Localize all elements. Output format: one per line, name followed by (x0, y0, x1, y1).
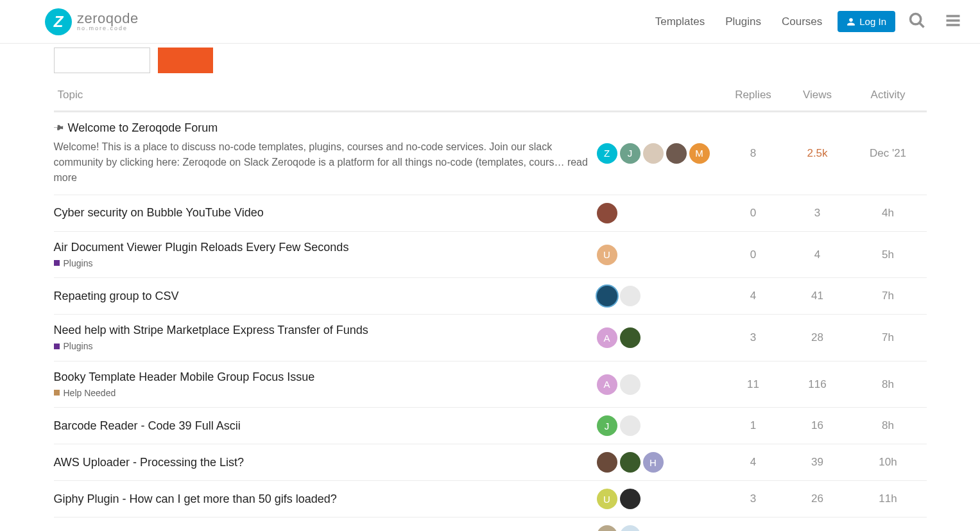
avatar[interactable] (597, 525, 617, 531)
category-label: Help Needed (64, 388, 116, 398)
replies-count[interactable]: 4 (721, 278, 786, 315)
topic-title-link[interactable]: Giphy Plugin - How can I get more than 5… (54, 492, 337, 505)
category-bullet-icon (54, 390, 60, 396)
topic-row: Need help with Stripe Marketplace Expres… (54, 315, 927, 361)
views-count[interactable]: 26 (786, 481, 850, 518)
avatar[interactable] (620, 286, 640, 306)
topic-title-link[interactable]: Booky Template Header Mobile Group Focus… (54, 370, 315, 383)
topic-row: Not Working - Advanced Twitter Plugin121… (54, 518, 927, 531)
topic-row: Air Document Viewer Plugin Reloads Every… (54, 231, 927, 278)
views-count[interactable]: 39 (786, 444, 850, 481)
views-count[interactable]: 21 (786, 518, 850, 531)
avatar[interactable] (620, 327, 640, 348)
replies-count[interactable]: 3 (721, 315, 786, 361)
activity-time[interactable]: 11h (850, 481, 927, 518)
search-button[interactable] (903, 6, 931, 37)
avatar[interactable]: J (620, 143, 640, 164)
avatar[interactable] (597, 203, 617, 223)
topic-title-link[interactable]: Barcode Reader - Code 39 Full Ascii (54, 419, 241, 432)
avatar[interactable]: Z (597, 143, 617, 164)
category-badge[interactable]: Plugins (54, 341, 93, 351)
category-badge[interactable]: Help Needed (54, 388, 116, 398)
replies-count[interactable]: 1 (721, 518, 786, 531)
col-views[interactable]: Views (786, 80, 850, 112)
replies-count[interactable]: 8 (721, 112, 786, 195)
svg-point-0 (911, 14, 921, 24)
nav-plugins[interactable]: Plugins (725, 15, 761, 28)
avatar[interactable] (620, 374, 640, 395)
replies-count[interactable]: 11 (721, 361, 786, 408)
activity-time[interactable]: 8h (850, 408, 927, 444)
topic-title-link[interactable]: Repaeting group to CSV (54, 290, 179, 302)
col-topic[interactable]: Topic (54, 80, 593, 112)
brand-tagline: no.more.code (77, 26, 139, 31)
nav-templates[interactable]: Templates (655, 15, 705, 28)
tab-latest[interactable] (158, 48, 213, 73)
topic-row: Repaeting group to CSV4417h (54, 278, 927, 315)
avatar[interactable] (620, 489, 640, 509)
avatar[interactable]: U (597, 245, 617, 265)
views-count[interactable]: 3 (786, 195, 850, 231)
activity-time[interactable]: 12h (850, 518, 927, 531)
topic-title-link[interactable]: AWS Uploader - Processing the List? (54, 456, 244, 469)
topic-title-link[interactable]: Cyber security on Bubble YouTube Video (54, 206, 264, 219)
replies-count[interactable]: 3 (721, 481, 786, 518)
category-bullet-icon (54, 260, 60, 266)
topic-row: Booky Template Header Mobile Group Focus… (54, 361, 927, 408)
avatar[interactable]: H (643, 452, 664, 473)
menu-button[interactable] (939, 6, 967, 37)
posters (597, 525, 718, 531)
nav-courses[interactable]: Courses (782, 15, 822, 28)
avatar[interactable] (597, 286, 617, 306)
avatar[interactable]: J (597, 415, 617, 436)
topic-title-link[interactable]: Welcome to Zeroqode Forum (68, 121, 218, 134)
views-count[interactable]: 2.5k (786, 112, 850, 195)
replies-count[interactable]: 0 (721, 195, 786, 231)
posters: U (597, 489, 718, 509)
avatar[interactable] (597, 452, 617, 473)
avatar[interactable]: A (597, 374, 617, 395)
activity-time[interactable]: 7h (850, 278, 927, 315)
activity-time[interactable]: 7h (850, 315, 927, 361)
tab-categories[interactable] (54, 48, 150, 73)
replies-count[interactable]: 0 (721, 231, 786, 278)
col-replies[interactable]: Replies (721, 80, 786, 112)
posters: ZJM (597, 143, 718, 164)
avatar[interactable]: A (597, 327, 617, 348)
col-activity[interactable]: Activity (850, 80, 927, 112)
replies-count[interactable]: 4 (721, 444, 786, 481)
views-count[interactable]: 16 (786, 408, 850, 444)
views-count[interactable]: 116 (786, 361, 850, 408)
avatar[interactable] (620, 525, 640, 531)
topic-excerpt: Welcome! This is a place to discuss no-c… (54, 139, 589, 186)
topic-title-link[interactable]: Air Document Viewer Plugin Reloads Every… (54, 241, 349, 254)
login-button[interactable]: Log In (838, 11, 895, 32)
search-icon (908, 12, 926, 30)
activity-time[interactable]: 4h (850, 195, 927, 231)
category-label: Plugins (64, 341, 93, 351)
topic-title-link[interactable]: Need help with Stripe Marketplace Expres… (54, 324, 368, 336)
topic-list: Topic Replies Views Activity Welcome to … (54, 80, 927, 531)
activity-time[interactable]: 5h (850, 231, 927, 278)
views-count[interactable]: 28 (786, 315, 850, 361)
posters: A (597, 374, 718, 395)
logo[interactable]: Z zeroqode no.more.code (45, 8, 139, 35)
views-count[interactable]: 4 (786, 231, 850, 278)
logo-icon: Z (45, 8, 72, 35)
avatar[interactable]: M (689, 143, 710, 164)
avatar[interactable] (620, 452, 640, 473)
avatar[interactable]: U (597, 489, 617, 509)
replies-count[interactable]: 1 (721, 408, 786, 444)
activity-time[interactable]: Dec '21 (850, 112, 927, 195)
category-badge[interactable]: Plugins (54, 258, 93, 268)
svg-line-1 (920, 23, 924, 28)
activity-time[interactable]: 10h (850, 444, 927, 481)
posters (597, 203, 718, 223)
avatar[interactable] (643, 143, 664, 164)
avatar[interactable] (666, 143, 687, 164)
views-count[interactable]: 41 (786, 278, 850, 315)
topic-row: Welcome to Zeroqode ForumWelcome! This i… (54, 112, 927, 195)
activity-time[interactable]: 8h (850, 361, 927, 408)
avatar[interactable] (620, 415, 640, 436)
topic-row: AWS Uploader - Processing the List?H4391… (54, 444, 927, 481)
